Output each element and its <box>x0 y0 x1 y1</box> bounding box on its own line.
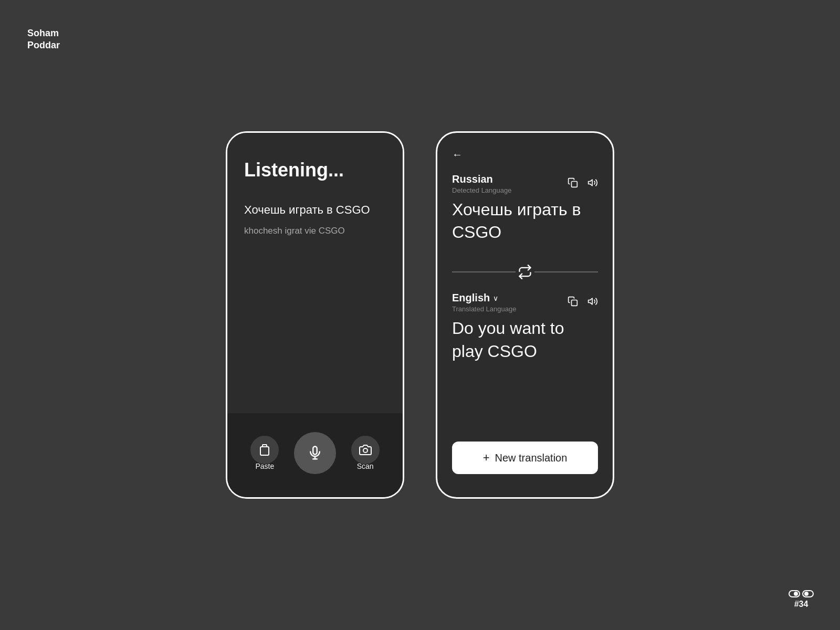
scan-button[interactable] <box>351 436 380 464</box>
source-lang-sub: Detected Language <box>452 186 511 194</box>
mic-button[interactable] <box>294 432 336 474</box>
bottom-bar: Paste <box>227 413 403 497</box>
left-phone: Listening... Хочешь играть в CSGO khoche… <box>226 131 404 499</box>
copy-icon <box>568 177 578 188</box>
target-lang-header: English ∨ Translated Language <box>452 292 598 313</box>
scan-icon <box>359 444 372 456</box>
listening-label: Listening... <box>244 159 386 181</box>
source-lang-name: Russian <box>452 173 511 185</box>
romanized-text: khochesh igrat vie CSGO <box>244 226 386 236</box>
badge-area: #34 <box>789 590 814 609</box>
paste-area: Paste <box>250 436 279 470</box>
right-phone: ← Russian Detected Language <box>436 131 614 499</box>
target-copy-icon[interactable] <box>568 296 578 309</box>
bottom-buttons: Paste <box>243 432 387 478</box>
phones-container: Listening... Хочешь играть в CSGO khoche… <box>226 131 614 499</box>
russian-text-left: Хочешь играть в CSGO <box>244 202 386 218</box>
target-sound-icon[interactable] <box>587 296 598 309</box>
target-lang-section: English ∨ Translated Language <box>452 292 598 371</box>
divider-row <box>452 262 598 281</box>
source-lang-info: Russian Detected Language <box>452 173 511 194</box>
svg-rect-8 <box>572 300 578 306</box>
paste-button[interactable] <box>250 436 279 464</box>
left-phone-screen: Listening... Хочешь играть в CSGO khoche… <box>227 133 403 413</box>
target-text: Do you want to play CSGO <box>452 317 598 362</box>
new-translation-label: New translation <box>495 452 568 464</box>
plus-icon: + <box>483 451 490 465</box>
target-lang-name: English <box>452 292 490 304</box>
back-arrow[interactable]: ← <box>452 149 598 161</box>
swap-icon[interactable] <box>516 262 534 281</box>
source-text: Хочешь играть в CSGO <box>452 198 598 244</box>
swap-svg <box>518 265 532 279</box>
target-lang-actions <box>568 296 598 309</box>
svg-point-5 <box>363 448 368 453</box>
sound-icon <box>587 177 598 188</box>
right-phone-inner: ← Russian Detected Language <box>437 133 613 497</box>
pill-right-icon <box>802 590 814 597</box>
target-lang-name-row[interactable]: English ∨ <box>452 292 516 304</box>
chevron-down-icon: ∨ <box>493 294 498 302</box>
divider-line-right <box>534 271 598 272</box>
source-lang-actions <box>568 177 598 191</box>
pill-left-icon <box>789 590 800 597</box>
target-lang-sub: Translated Language <box>452 305 516 313</box>
badge-icon <box>789 590 814 597</box>
target-lang-info: English ∨ Translated Language <box>452 292 516 313</box>
source-copy-icon[interactable] <box>568 177 578 191</box>
badge-number: #34 <box>794 600 808 609</box>
svg-rect-1 <box>260 447 269 455</box>
new-translation-button[interactable]: + New translation <box>452 442 598 474</box>
scan-label: Scan <box>357 462 374 470</box>
svg-marker-7 <box>589 180 593 186</box>
mic-icon <box>307 445 323 461</box>
source-lang-section: Russian Detected Language <box>452 173 598 252</box>
scan-area: Scan <box>351 436 380 470</box>
paste-icon <box>258 444 271 456</box>
source-lang-header: Russian Detected Language <box>452 173 598 194</box>
svg-marker-9 <box>589 298 593 304</box>
sound-icon-2 <box>587 296 598 307</box>
source-sound-icon[interactable] <box>587 177 598 191</box>
svg-rect-2 <box>313 447 317 455</box>
paste-label: Paste <box>255 462 274 470</box>
copy-icon-2 <box>568 296 578 307</box>
svg-rect-6 <box>572 181 578 187</box>
divider-line-left <box>452 271 516 272</box>
author-name: Soham Poddar <box>27 27 60 52</box>
